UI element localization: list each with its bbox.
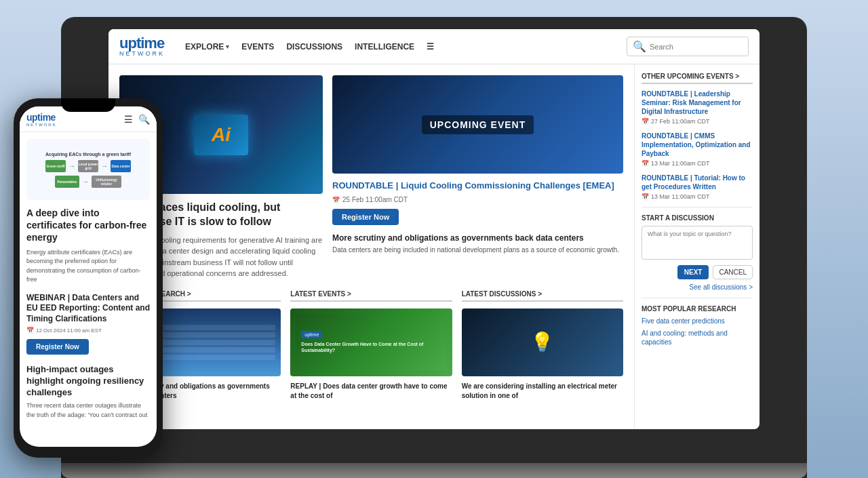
logo-network-text: NETWORK bbox=[119, 51, 165, 57]
bottom-section: LATEST RESEARCH > bbox=[119, 290, 623, 401]
phone-cal-icon bbox=[26, 327, 34, 334]
d-arrow-1: → bbox=[68, 162, 75, 170]
cal-icon-2 bbox=[642, 160, 649, 167]
hamburger-icon[interactable]: ☰ bbox=[124, 114, 133, 125]
sidebar-event-2-title: ROUNDTABLE | CMMS Implementation, Optimi… bbox=[642, 132, 753, 158]
nav-items: EXPLORE ▾ EVENTS DISCUSSIONS INTELLIGENC… bbox=[185, 42, 613, 52]
popular-item-1[interactable]: Five data center predictions bbox=[642, 317, 753, 325]
phone-webinar: WEBINAR | Data Centers and EU EED Report… bbox=[26, 293, 150, 365]
sidebar-event-3[interactable]: ROUNDTABLE | Tutorial: How to get Proced… bbox=[642, 174, 753, 200]
event-title: ROUNDTABLE | Liquid Cooling Commissionin… bbox=[332, 180, 623, 192]
laptop: uptime NETWORK EXPLORE ▾ EVENTS DISCUSSI… bbox=[61, 17, 807, 478]
discussions-article-text: We are considering installing an electri… bbox=[462, 382, 623, 401]
phone-screen: uptime NETWORK ☰ 🔍 Acquiring EACs throug… bbox=[20, 106, 157, 447]
top-articles: Ai AI embraces liquid cooling, but enter… bbox=[119, 75, 623, 279]
main-layout: Ai AI embraces liquid cooling, but enter… bbox=[108, 64, 760, 429]
phone-logo-network: NETWORK bbox=[26, 123, 119, 127]
latest-discussions-header: LATEST DISCUSSIONS > bbox=[462, 290, 623, 302]
see-all-discussions-link[interactable]: See all discussions > bbox=[642, 283, 753, 291]
explore-chevron: ▾ bbox=[226, 43, 229, 50]
sidebar: OTHER UPCOMING EVENTS > ROUNDTABLE | Lea… bbox=[634, 64, 760, 429]
ai-chip-graphic: Ai bbox=[194, 115, 248, 155]
search-bar[interactable]: 🔍 bbox=[627, 37, 749, 56]
phone-webinar-title: WEBINAR | Data Centers and EU EED Report… bbox=[26, 293, 150, 325]
laptop-logo[interactable]: uptime NETWORK bbox=[119, 36, 165, 57]
d-box-green-tariff: Green tariff bbox=[45, 160, 66, 172]
events-article-text: REPLAY | Does data center growth have to… bbox=[290, 382, 452, 401]
nav-events[interactable]: EVENTS bbox=[241, 42, 274, 52]
other-events-title: OTHER UPCOMING EVENTS > bbox=[642, 73, 753, 84]
register-button[interactable]: Register Now bbox=[332, 209, 399, 225]
event-date: 25 Feb 11:00am CDT bbox=[332, 196, 623, 203]
phone-article-2: High-impact outages highlight ongoing re… bbox=[26, 364, 150, 420]
d-arrow-3: → bbox=[82, 178, 89, 185]
popular-research-title: MOST POPULAR RESEARCH bbox=[642, 305, 753, 313]
latest-events-header: LATEST EVENTS > bbox=[290, 290, 452, 302]
sub-article-title: More scrutiny and obligations as governm… bbox=[332, 233, 623, 243]
sidebar-event-3-date: 13 Mar 11:00am CDT bbox=[642, 193, 753, 200]
discussion-label: START A DISCUSSION bbox=[642, 214, 753, 222]
latest-events-col: LATEST EVENTS > uptime Does Data Center … bbox=[290, 290, 452, 401]
calendar-icon bbox=[332, 196, 340, 203]
browser-content: uptime NETWORK EXPLORE ▾ EVENTS DISCUSSI… bbox=[108, 29, 760, 429]
events-card-text: Does Data Center Growth Have to Come at … bbox=[301, 341, 441, 353]
phone: uptime NETWORK ☰ 🔍 Acquiring EACs throug… bbox=[14, 98, 163, 458]
next-button[interactable]: NEXT bbox=[677, 265, 709, 279]
top-navigation: uptime NETWORK EXPLORE ▾ EVENTS DISCUSSI… bbox=[108, 29, 760, 64]
sidebar-event-2[interactable]: ROUNDTABLE | CMMS Implementation, Optimi… bbox=[642, 132, 753, 167]
d-box-renewables: Renewables bbox=[55, 176, 79, 188]
latest-discussions-col: LATEST DISCUSSIONS > We are considering … bbox=[462, 290, 623, 401]
sidebar-divider bbox=[642, 207, 753, 207]
phone-notch bbox=[61, 98, 115, 112]
sidebar-event-1[interactable]: ROUNDTABLE | Leadership Seminar: Risk Ma… bbox=[642, 89, 753, 125]
phone-article-2-title: High-impact outages highlight ongoing re… bbox=[26, 364, 150, 399]
laptop-screen: uptime NETWORK EXPLORE ▾ EVENTS DISCUSSI… bbox=[108, 29, 760, 429]
event-card: UPCOMING EVENT ROUNDTABLE | Liquid Cooli… bbox=[332, 75, 623, 279]
discussions-thumbnail bbox=[462, 308, 623, 376]
sub-article-desc: Data centers are being included in natio… bbox=[332, 245, 623, 255]
laptop-base bbox=[61, 463, 807, 478]
phone-logo[interactable]: uptime NETWORK bbox=[26, 112, 119, 127]
d-box-utility: Utility/energy retailer bbox=[92, 176, 121, 188]
content-area: Ai AI embraces liquid cooling, but enter… bbox=[108, 64, 634, 429]
phone-article-1: A deep dive into certificates for carbon… bbox=[26, 207, 150, 285]
phone-article-1-desc: Energy attribute certificates (EACs) are… bbox=[26, 248, 150, 285]
discussion-buttons: NEXT CANCEL bbox=[642, 265, 753, 279]
start-discussion: START A DISCUSSION NEXT CANCEL See all d… bbox=[642, 214, 753, 291]
phone-article-1-title: A deep dive into certificates for carbon… bbox=[26, 207, 150, 244]
popular-item-2[interactable]: AI and cooling: methods and capacities bbox=[642, 329, 753, 346]
phone-article-2-desc: Three recent data center outages illustr… bbox=[26, 401, 150, 420]
diagram-row-2: Renewables → Utility/energy retailer bbox=[55, 176, 121, 188]
nav-discussions[interactable]: DISCUSSIONS bbox=[286, 42, 342, 52]
nav-explore[interactable]: EXPLORE ▾ bbox=[185, 42, 229, 52]
search-icon: 🔍 bbox=[633, 40, 646, 53]
sidebar-event-2-date: 13 Mar 11:00am CDT bbox=[642, 160, 753, 167]
phone-logo-uptime: uptime bbox=[26, 112, 119, 123]
event-image: UPCOMING EVENT bbox=[332, 75, 623, 174]
cal-icon-3 bbox=[642, 193, 649, 200]
diagram-title: Acquiring EACs through a green tariff bbox=[45, 152, 131, 157]
sidebar-event-3-title: ROUNDTABLE | Tutorial: How to get Proced… bbox=[642, 174, 753, 191]
phone-search-icon[interactable]: 🔍 bbox=[138, 114, 150, 125]
sub-article: More scrutiny and obligations as governm… bbox=[332, 233, 623, 255]
diagram-boxes: Green tariff → Local power grid → Data c… bbox=[45, 160, 131, 172]
events-thumbnail: uptime Does Data Center Growth Have to C… bbox=[290, 308, 452, 376]
sidebar-event-1-title: ROUNDTABLE | Leadership Seminar: Risk Ma… bbox=[642, 89, 753, 116]
cal-icon-1 bbox=[642, 118, 649, 125]
logo-uptime-text: uptime bbox=[119, 36, 165, 51]
d-arrow-2: → bbox=[101, 162, 108, 170]
event-badge: UPCOMING EVENT bbox=[422, 115, 534, 134]
phone-diagram: Acquiring EACs through a green tariff Gr… bbox=[26, 139, 150, 200]
d-box-data-center: Data center bbox=[111, 160, 131, 172]
discussion-textarea[interactable] bbox=[642, 226, 753, 260]
nav-hamburger[interactable]: ☰ bbox=[427, 42, 434, 52]
phone-register-button[interactable]: Register Now bbox=[26, 339, 89, 355]
nav-intelligence[interactable]: INTELLIGENCE bbox=[355, 42, 414, 52]
phone-content: Acquiring EACs through a green tariff Gr… bbox=[20, 132, 157, 447]
d-box-local-grid: Local power grid bbox=[78, 160, 98, 172]
sidebar-divider-2 bbox=[642, 298, 753, 298]
search-input[interactable] bbox=[650, 43, 743, 51]
phone-webinar-date: 12 Oct 2024 11:00 am EST bbox=[26, 327, 150, 334]
cancel-button[interactable]: CANCEL bbox=[713, 265, 753, 279]
events-uptime-label: uptime bbox=[301, 331, 322, 338]
